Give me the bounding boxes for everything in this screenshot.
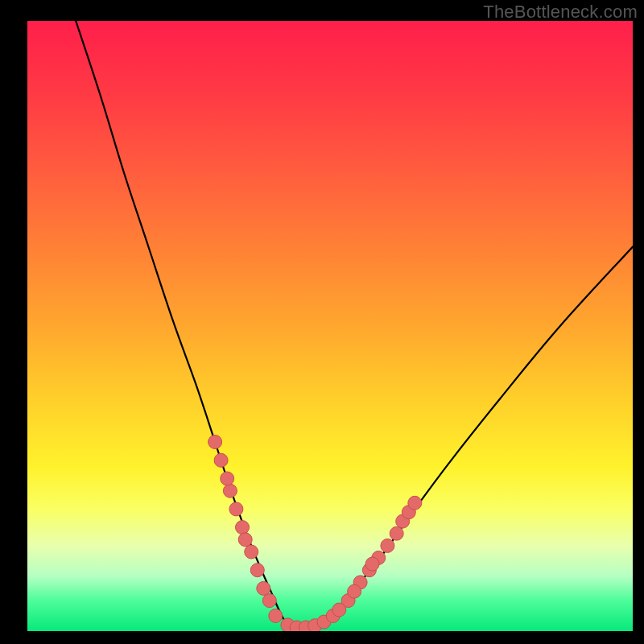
data-marker — [236, 521, 250, 535]
data-marker — [229, 502, 243, 516]
data-marker — [214, 453, 228, 467]
data-marker — [381, 539, 394, 552]
data-marker — [262, 594, 276, 608]
markers-group — [208, 436, 422, 632]
data-marker — [245, 545, 258, 559]
data-marker — [208, 436, 222, 449]
data-marker — [250, 564, 264, 577]
bottleneck-curve — [76, 21, 633, 630]
data-marker — [408, 496, 422, 510]
data-marker — [348, 584, 361, 598]
data-marker — [257, 581, 270, 595]
chart-svg — [27, 21, 633, 631]
data-marker — [223, 484, 237, 497]
data-marker — [221, 472, 234, 485]
watermark-text: TheBottleneck.com — [483, 2, 638, 23]
chart-frame: TheBottleneck.com — [0, 0, 644, 644]
data-marker — [332, 603, 346, 617]
plot-area — [27, 21, 633, 631]
data-marker — [365, 557, 379, 571]
data-marker — [269, 609, 283, 623]
data-marker — [238, 533, 252, 547]
data-marker — [390, 526, 403, 540]
